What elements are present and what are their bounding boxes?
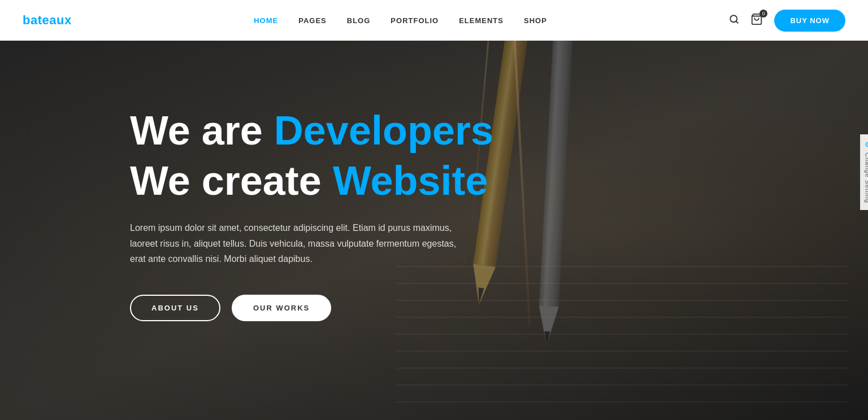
- our-works-button[interactable]: OUR WORKS: [232, 295, 331, 321]
- hero-title-line1-accent: Developers: [274, 108, 493, 153]
- nav-item-blog[interactable]: BLOG: [347, 16, 371, 25]
- hero-title-line2-accent: Website: [333, 158, 488, 203]
- buy-now-button[interactable]: BUY NOW: [774, 10, 845, 32]
- search-icon[interactable]: [729, 14, 739, 27]
- logo-text-accent: x: [64, 13, 72, 27]
- side-setting-label: Change Setting: [865, 152, 868, 203]
- hero-content: We are Developers We create Website Lore…: [0, 41, 868, 321]
- nav-item-elements[interactable]: ELEMENTS: [459, 16, 504, 25]
- hero-section: We are Developers We create Website Lore…: [0, 41, 868, 420]
- hero-title-line1: We are Developers: [130, 108, 868, 153]
- side-setting-panel[interactable]: ⚙ Change Setting: [861, 134, 869, 210]
- hero-buttons: ABOUT US OUR WORKS: [130, 295, 868, 321]
- about-us-button[interactable]: ABOUT US: [130, 295, 220, 321]
- nav-item-shop[interactable]: SHOP: [524, 16, 547, 25]
- hero-title-line2-normal: We create: [130, 158, 333, 203]
- cart-count: 0: [760, 10, 767, 18]
- nav-item-pages[interactable]: PAGES: [298, 16, 327, 25]
- hero-description: Lorem ipsum dolor sit amet, consectetur …: [130, 220, 458, 266]
- nav-item-portfolio[interactable]: PORTFOLIO: [390, 16, 439, 25]
- logo[interactable]: bateaux: [23, 13, 72, 28]
- cart-icon[interactable]: 0: [750, 13, 763, 28]
- nav-item-home[interactable]: HOME: [254, 16, 278, 25]
- svg-line-1: [736, 21, 738, 23]
- hero-title-line2: We create Website: [130, 159, 868, 203]
- header-actions: 0 BUY NOW: [729, 10, 845, 32]
- gear-icon: ⚙: [864, 141, 869, 148]
- logo-text-main: bateau: [23, 13, 64, 27]
- main-nav: HOME PAGES BLOG PORTFOLIO ELEMENTS SHOP: [254, 16, 547, 25]
- header: bateaux HOME PAGES BLOG PORTFOLIO ELEMEN…: [0, 0, 868, 41]
- hero-title-line1-normal: We are: [130, 108, 274, 153]
